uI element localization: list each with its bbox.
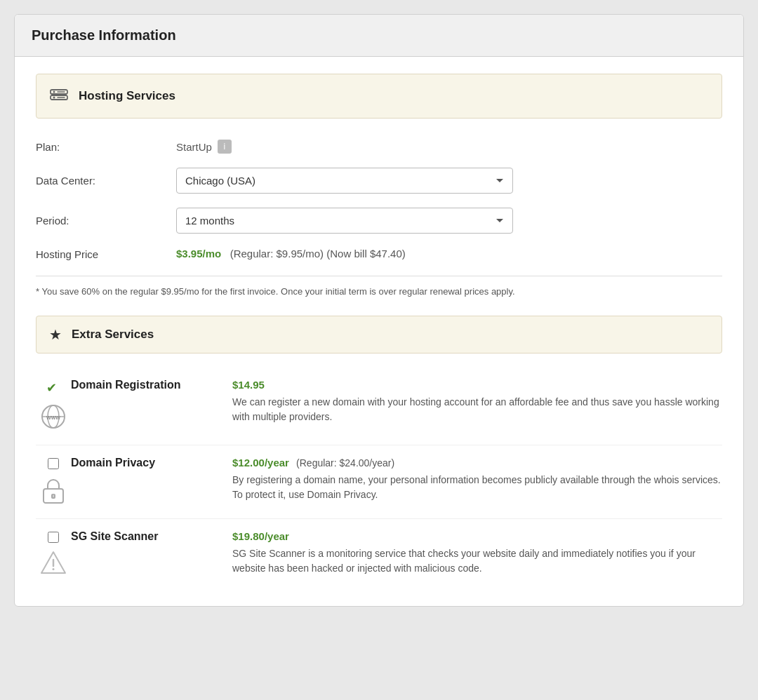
www-icon: WWW <box>39 403 67 433</box>
sg-scanner-checkbox[interactable] <box>48 532 59 543</box>
datacenter-value-area: Chicago (USA) Amsterdam (NL) London (UK) <box>176 168 722 194</box>
period-value-area: 12 months 24 months 36 months <box>176 208 722 234</box>
svg-point-3 <box>53 97 55 99</box>
sg-scanner-check-area <box>36 530 71 578</box>
lock-icon: i <box>41 476 66 507</box>
hosting-price-value: $3.95/mo (Regular: $9.95/mo) (Now bill $… <box>176 248 722 260</box>
price-regular-text: (Regular: $9.95/mo) (Now bill $47.40) <box>230 248 406 260</box>
plan-info-icon[interactable]: i <box>218 140 232 154</box>
plan-label: Plan: <box>36 141 176 153</box>
domain-registration-row: ✔ WWW Domain Registration <box>36 368 722 445</box>
svg-point-14 <box>53 568 55 570</box>
extra-services-header: ★ Extra Services <box>36 316 722 354</box>
hosting-section-title: Hosting Services <box>79 89 175 103</box>
period-row: Period: 12 months 24 months 36 months <box>36 201 722 241</box>
hosting-price-row: Hosting Price $3.95/mo (Regular: $9.95/m… <box>36 241 722 267</box>
svg-point-2 <box>53 91 55 93</box>
plan-value-area: StartUp i <box>176 140 722 154</box>
domain-privacy-price: $12.00/year (Regular: $24.00/year) <box>232 457 722 469</box>
period-label: Period: <box>36 215 176 227</box>
domain-reg-checkmark: ✔ <box>46 380 57 396</box>
sg-scanner-name: SG Site Scanner <box>71 530 159 542</box>
domain-reg-details: $14.95 We can register a new domain with… <box>232 379 722 424</box>
price-promo: $3.95/mo <box>176 248 221 260</box>
extra-services-section: ★ Extra Services ✔ WWW <box>36 316 722 589</box>
datacenter-select-wrapper: Chicago (USA) Amsterdam (NL) London (UK) <box>176 168 513 194</box>
domain-privacy-checkbox[interactable] <box>48 458 59 469</box>
sg-scanner-name-area: SG Site Scanner <box>71 530 232 543</box>
plan-row: Plan: StartUp i <box>36 133 722 161</box>
datacenter-select[interactable]: Chicago (USA) Amsterdam (NL) London (UK) <box>176 168 513 194</box>
card-body: Hosting Services Plan: StartUp i Data Ce… <box>15 57 743 606</box>
domain-reg-name-area: Domain Registration <box>71 379 232 391</box>
period-select[interactable]: 12 months 24 months 36 months <box>176 208 513 234</box>
domain-privacy-name: Domain Privacy <box>71 457 155 469</box>
domain-privacy-check-area: i <box>36 457 71 507</box>
sg-site-scanner-row: SG Site Scanner $19.80/year SG Site Scan… <box>36 519 722 589</box>
sg-scanner-details: $19.80/year SG Site Scanner is a monitor… <box>232 530 722 576</box>
star-icon: ★ <box>49 326 62 343</box>
domain-privacy-desc: By registering a domain name, your perso… <box>232 473 722 502</box>
page-title: Purchase Information <box>32 27 726 43</box>
hosting-price-label: Hosting Price <box>36 248 176 260</box>
domain-privacy-regular: (Regular: $24.00/year) <box>296 457 394 469</box>
domain-reg-price: $14.95 <box>232 379 722 391</box>
hosting-icon <box>49 84 69 108</box>
sg-scanner-price: $19.80/year <box>232 530 722 542</box>
divider <box>36 276 722 276</box>
datacenter-label: Data Center: <box>36 175 176 187</box>
sg-scanner-desc: SG Site Scanner is a monitoring service … <box>232 546 722 576</box>
domain-reg-name: Domain Registration <box>71 379 180 391</box>
domain-reg-desc: We can register a new domain with your h… <box>232 395 722 424</box>
domain-privacy-details: $12.00/year (Regular: $24.00/year) By re… <box>232 457 722 502</box>
period-select-wrapper: 12 months 24 months 36 months <box>176 208 513 234</box>
purchase-information-card: Purchase Information Hosting Services Pl… <box>14 14 744 607</box>
hosting-services-header: Hosting Services <box>36 74 722 119</box>
savings-note: * You save 60% on the regular $9.95/mo f… <box>36 285 722 299</box>
domain-privacy-name-area: Domain Privacy <box>71 457 232 469</box>
plan-text: StartUp i <box>176 140 722 154</box>
warning-icon <box>40 550 67 578</box>
svg-text:WWW: WWW <box>46 415 60 420</box>
datacenter-row: Data Center: Chicago (USA) Amsterdam (NL… <box>36 161 722 201</box>
card-header: Purchase Information <box>15 15 743 57</box>
plan-name: StartUp <box>176 141 212 153</box>
domain-privacy-row: i Domain Privacy $12.00/year (Regular: $… <box>36 445 722 519</box>
domain-reg-check-area: ✔ WWW <box>36 379 71 433</box>
extra-section-title: Extra Services <box>72 328 154 342</box>
